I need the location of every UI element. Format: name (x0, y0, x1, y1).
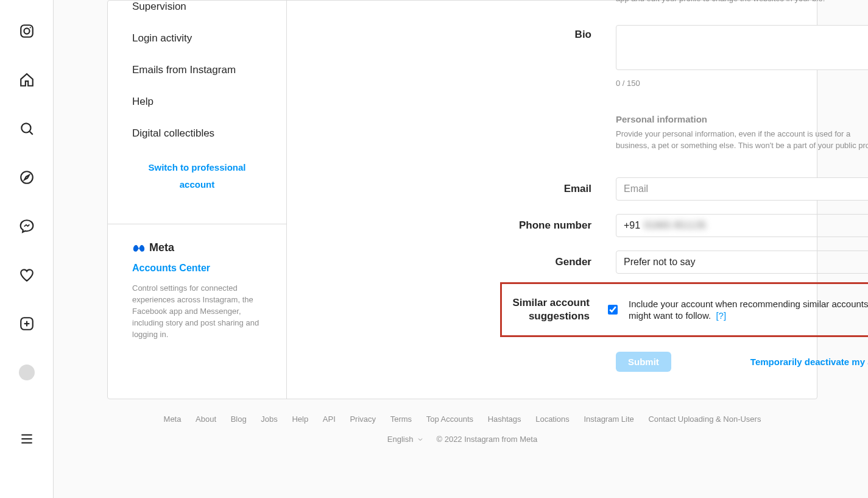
accounts-center-description: Control settings for connected experienc… (132, 282, 262, 340)
footer-link[interactable]: Contact Uploading & Non-Users (648, 414, 761, 424)
deactivate-account-link[interactable]: Temporarily deactivate my account (750, 357, 868, 367)
sidebar-item-digital-collectibles[interactable]: Digital collectibles (108, 118, 286, 149)
email-label: Email (483, 177, 616, 201)
similar-account-suggestions-row: Similar account suggestions Include your… (500, 282, 868, 337)
bio-textarea[interactable] (616, 25, 868, 70)
footer-link[interactable]: Help (292, 414, 308, 424)
sidebar-item-label: Help (132, 96, 153, 107)
footer-copyright: © 2022 Instagram from Meta (436, 435, 537, 444)
accounts-center-link[interactable]: Accounts Center (132, 263, 262, 274)
phone-label: Phone number (483, 214, 616, 237)
home-icon[interactable] (19, 72, 35, 88)
similar-suggestions-checkbox[interactable] (608, 305, 618, 315)
create-plus-icon[interactable] (19, 316, 35, 332)
page-footer: Meta About Blog Jobs Help API Privacy Te… (107, 414, 817, 444)
svg-point-1 (24, 28, 29, 34)
footer-link[interactable]: Blog (231, 414, 247, 424)
footer-language-label: English (387, 435, 414, 444)
footer-links: Meta About Blog Jobs Help API Privacy Te… (107, 414, 817, 424)
sidebar-item-label: Digital collectibles (132, 127, 214, 139)
footer-link[interactable]: Jobs (261, 414, 277, 424)
switch-pro-line1: Switch to professional (148, 162, 245, 173)
search-icon[interactable] (19, 121, 35, 137)
footer-link[interactable]: About (196, 414, 216, 424)
chevron-down-icon (417, 436, 424, 443)
notifications-heart-icon[interactable] (19, 267, 35, 283)
edit-profile-form: app and edit your profile to change the … (287, 1, 817, 399)
similar-suggestions-help-link[interactable]: [?] (716, 310, 726, 321)
settings-sidebar: Supervision Login activity Emails from I… (108, 1, 287, 399)
sidebar-item-supervision[interactable]: Supervision (108, 1, 286, 23)
sidebar-item-login-activity[interactable]: Login activity (108, 23, 286, 54)
instagram-logo-icon[interactable] (19, 23, 35, 39)
sidebar-item-label: Supervision (132, 1, 186, 12)
bio-label: Bio (287, 25, 616, 88)
sidebar-item-label: Emails from Instagram (132, 64, 236, 76)
footer-link[interactable]: Locations (535, 414, 570, 424)
footer-link[interactable]: Privacy (350, 414, 376, 424)
svg-point-5 (21, 171, 33, 183)
footer-link[interactable]: API (323, 414, 336, 424)
footer-language-select[interactable]: English (387, 435, 425, 444)
similar-suggestions-label: Similar account suggestions (507, 296, 597, 323)
footer-link[interactable]: Meta (164, 414, 182, 424)
phone-number-masked: 01865 851135 (644, 220, 706, 231)
personal-info-description: Provide your personal information, even … (616, 128, 868, 151)
phone-prefix: +91 (624, 220, 640, 231)
website-help-text: app and edit your profile to change the … (616, 0, 868, 4)
footer-link[interactable]: Top Accounts (426, 414, 473, 424)
similar-suggestions-description: Include your account when recommending s… (629, 299, 868, 321)
sidebar-item-label: Login activity (132, 32, 192, 44)
footer-link[interactable]: Hashtags (488, 414, 521, 424)
gender-label: Gender (483, 251, 616, 274)
svg-marker-6 (24, 175, 29, 180)
meta-brand: Meta (132, 241, 262, 254)
profile-avatar[interactable] (19, 365, 35, 380)
explore-icon[interactable] (19, 169, 35, 185)
sidebar-item-help[interactable]: Help (108, 86, 286, 118)
similar-suggestions-text: Include your account when recommending s… (629, 298, 868, 321)
switch-pro-line2: account (180, 179, 215, 190)
hamburger-menu-icon[interactable] (19, 431, 35, 447)
gender-value: Prefer not to say (624, 257, 695, 268)
messages-icon[interactable] (19, 218, 35, 234)
meta-accounts-center-box: Meta Accounts Center Control settings fo… (108, 224, 286, 355)
personal-info-heading: Personal information (616, 114, 868, 124)
meta-brand-text: Meta (149, 241, 174, 254)
footer-link[interactable]: Terms (390, 414, 412, 424)
email-input[interactable] (616, 177, 868, 201)
bio-char-count: 0 / 150 (616, 79, 868, 88)
svg-point-2 (29, 27, 30, 28)
gender-select[interactable]: Prefer not to say (616, 251, 868, 274)
footer-link[interactable]: Instagram Lite (584, 414, 633, 424)
sidebar-item-emails[interactable]: Emails from Instagram (108, 54, 286, 86)
settings-card: Supervision Login activity Emails from I… (107, 0, 817, 399)
svg-rect-0 (21, 25, 33, 37)
svg-point-3 (21, 123, 30, 132)
phone-input-wrapper[interactable]: +91 01865 851135 (616, 214, 868, 237)
switch-professional-link[interactable]: Switch to professional account (108, 149, 286, 203)
submit-button[interactable]: Submit (616, 352, 671, 372)
left-nav-rail (0, 0, 54, 498)
svg-line-4 (29, 132, 32, 135)
meta-logo-icon (132, 244, 146, 252)
